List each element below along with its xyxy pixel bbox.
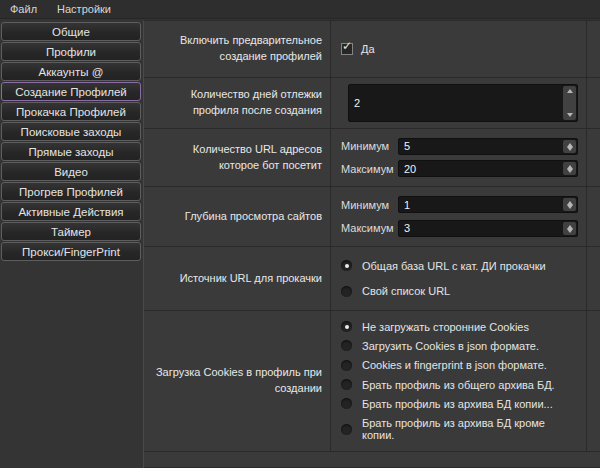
setting-control: Минимум1Максимум3 (331, 187, 587, 246)
setting-label: Включить предварительное создание профил… (144, 21, 331, 77)
spinbox-value[interactable]: 20 (404, 163, 416, 175)
row-end-spacer (587, 78, 600, 128)
spinner-buttons[interactable] (563, 198, 576, 211)
setting-label: Количество URL адресов которое бот посет… (144, 129, 331, 186)
sidebar-item[interactable]: Активные Действия (1, 202, 141, 221)
setting-label: Глубина просмотра сайтов (144, 187, 331, 246)
spin-field: Минимум5 (341, 138, 578, 155)
radio-option[interactable]: Брать профиль из архива БД кроме копии. (341, 417, 578, 441)
radio-option[interactable]: Cookies и fingerprint в json формате. (341, 359, 578, 371)
setting-control: Общая база URL с кат. ДИ прокачкиСвой сп… (331, 247, 587, 310)
radio-option[interactable]: Загрузить Cookies в json формате. (341, 340, 578, 352)
radio-icon[interactable] (341, 321, 352, 332)
radio-option[interactable]: Не загружать сторонние Cookies (341, 321, 578, 333)
radio-label: Брать профиль из общего архива БД. (362, 379, 555, 391)
field-label: Минимум (341, 199, 398, 211)
spin-field: Максимум20 (341, 160, 578, 177)
setting-control: Не загружать сторонние CookiesЗагрузить … (331, 311, 587, 451)
sidebar-item[interactable]: Прямые заходы (1, 142, 141, 161)
sidebar-item[interactable]: Прокачка Профилей (1, 102, 141, 121)
spinbox-value[interactable]: 1 (404, 199, 410, 211)
row-end-spacer (587, 129, 600, 186)
radio-icon[interactable] (341, 360, 352, 371)
spinbox-value[interactable]: 3 (404, 222, 410, 234)
radio-label: Общая база URL с кат. ДИ прокачки (362, 260, 546, 272)
radio-label: Загрузить Cookies в json формате. (362, 340, 539, 352)
field-label: Максимум (341, 222, 398, 234)
spin-down-icon[interactable] (567, 113, 573, 117)
radio-icon[interactable] (341, 379, 352, 390)
spinner-buttons[interactable] (563, 86, 576, 120)
sidebar-item[interactable]: Поисковые заходы (1, 122, 141, 141)
row-end-spacer (587, 247, 600, 310)
radio-icon[interactable] (341, 260, 352, 271)
radio-icon[interactable] (341, 398, 352, 409)
settings-row: Количество URL адресов которое бот посет… (144, 129, 600, 187)
radio-option[interactable]: Свой список URL (341, 285, 578, 297)
spin-down-icon[interactable] (567, 147, 573, 151)
menu-item-0[interactable]: Файл (8, 1, 39, 17)
sidebar-item[interactable]: Видео (1, 162, 141, 181)
setting-label: Количество дней отлежки профиля после со… (144, 78, 331, 128)
radio-icon[interactable] (341, 286, 352, 297)
settings-row: Загрузка Cookies в профиль при созданииН… (144, 311, 600, 452)
spinbox-value[interactable]: 5 (404, 140, 410, 152)
spinbox-value[interactable]: 2 (354, 97, 360, 109)
row-end-spacer (587, 311, 600, 451)
setting-control: ✓Да (331, 21, 587, 77)
setting-label: Источник URL для прокачки (144, 247, 331, 310)
menu-bar: ФайлНастройки (0, 0, 600, 19)
sidebar-item[interactable]: Прогрев Профилей (1, 182, 141, 201)
spin-down-icon[interactable] (567, 205, 573, 209)
sidebar: ОбщиеПрофилиАккаунты @Создание ПрофилейП… (0, 20, 142, 468)
spin-down-icon[interactable] (567, 169, 573, 173)
settings-table: Включить предварительное создание профил… (143, 20, 600, 468)
spinbox[interactable]: 1 (398, 196, 578, 213)
checkbox-label: Да (361, 43, 375, 55)
spinner-buttons[interactable] (563, 140, 576, 153)
spin-field: Максимум3 (341, 220, 578, 237)
radio-icon[interactable] (341, 424, 352, 435)
check-icon: ✓ (342, 40, 352, 52)
spinbox[interactable]: 2 (348, 84, 578, 122)
radio-option[interactable]: Общая база URL с кат. ДИ прокачки (341, 260, 578, 272)
radio-option[interactable]: Брать профиль из общего архива БД. (341, 379, 578, 391)
spinbox[interactable]: 20 (398, 160, 578, 177)
sidebar-item[interactable]: Таймер (1, 222, 141, 241)
sidebar-item[interactable]: Прокси/FingerPrint (1, 242, 141, 261)
setting-control: Минимум5Максимум20 (331, 129, 587, 186)
sidebar-item[interactable]: Аккаунты @ (1, 62, 141, 81)
checkbox-line: ✓Да (341, 43, 578, 55)
settings-row: Источник URL для прокачкиОбщая база URL … (144, 247, 600, 311)
checkbox[interactable]: ✓ (341, 43, 353, 55)
field-label: Минимум (341, 140, 398, 152)
setting-label: Загрузка Cookies в профиль при создании (144, 311, 331, 451)
radio-label: Брать профиль из архива БД кроме копии. (362, 417, 578, 441)
spinbox[interactable]: 5 (398, 138, 578, 155)
setting-control: 2 (331, 78, 587, 128)
settings-row: Глубина просмотра сайтовМинимум1Максимум… (144, 187, 600, 247)
spinner-buttons[interactable] (563, 162, 576, 175)
spin-down-icon[interactable] (567, 229, 573, 233)
radio-label: Не загружать сторонние Cookies (362, 321, 529, 333)
radio-icon[interactable] (341, 340, 352, 351)
row-end-spacer (587, 21, 600, 77)
spinbox[interactable]: 3 (398, 220, 578, 237)
empty-row (144, 452, 600, 468)
menu-item-1[interactable]: Настройки (55, 1, 113, 17)
spin-up-icon[interactable] (567, 89, 573, 93)
radio-label: Cookies и fingerprint в json формате. (362, 359, 547, 371)
settings-row: Количество дней отлежки профиля после со… (144, 78, 600, 129)
sidebar-item[interactable]: Профили (1, 42, 141, 61)
radio-label: Свой список URL (362, 285, 450, 297)
sidebar-item[interactable]: Создание Профилей (1, 82, 141, 101)
radio-label: Брать профиль из архива БД копии... (362, 398, 553, 410)
field-label: Максимум (341, 163, 398, 175)
row-end-spacer (587, 187, 600, 246)
spin-field: Минимум1 (341, 196, 578, 213)
sidebar-item[interactable]: Общие (1, 22, 141, 41)
radio-option[interactable]: Брать профиль из архива БД копии... (341, 398, 578, 410)
spinner-buttons[interactable] (563, 222, 576, 235)
settings-row: Включить предварительное создание профил… (144, 21, 600, 78)
